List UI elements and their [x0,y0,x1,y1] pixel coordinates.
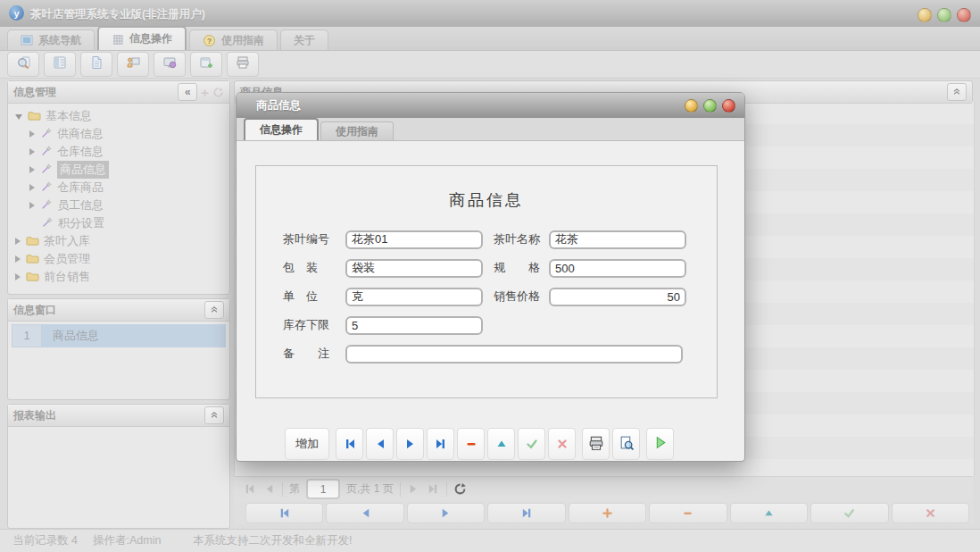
tree-label: 供商信息 [57,126,104,142]
collapse-content-button[interactable] [947,83,967,101]
tab-label: 系统导航 [38,33,81,48]
package-label: 包 装 [283,260,345,276]
collapsed-arrow-icon[interactable] [29,148,35,155]
tab-user-guide[interactable]: ? 使用指南 [189,29,278,50]
tea-code-input[interactable] [345,230,483,249]
maximize-button[interactable] [937,8,951,22]
spec-input[interactable] [549,259,686,278]
sidebar-item-warehouse-info[interactable]: 仓库信息 [8,143,229,161]
collapsed-arrow-icon[interactable] [29,130,35,138]
note-input[interactable] [345,345,683,364]
print-button[interactable] [582,428,610,460]
panel-icon [21,34,33,46]
collapse-sidebar-button[interactable]: « [178,83,197,101]
sidebar-item-supplier-info[interactable]: 供商信息 [8,125,229,143]
sidebar-item-product-info[interactable]: 商品信息 [8,161,229,179]
sidebar-item-warehouse-product[interactable]: 仓库商品 [8,179,229,197]
collapsed-arrow-icon[interactable] [15,238,21,245]
pager-first-button[interactable] [243,482,256,496]
dialog-title: 商品信息 [256,98,301,113]
row-label: 商品信息 [42,324,226,347]
sidebar-item-front-sales[interactable]: 前台销售 [8,268,229,286]
minimize-button[interactable] [918,8,932,22]
collapsed-arrow-icon[interactable] [15,255,21,263]
open-window-row[interactable]: 1 商品信息 [12,324,226,347]
panel-title: 报表输出 [13,408,56,423]
dialog-maximize-button[interactable] [703,99,717,113]
cancel-record-button[interactable] [892,503,969,523]
next-record-button[interactable] [396,428,424,460]
price-input[interactable] [549,288,686,306]
dialog-tab-info-operation[interactable]: 信息操作 [244,118,319,140]
tea-name-input[interactable] [549,230,686,249]
expand-arrow-icon[interactable] [15,114,22,120]
collapse-panel-button[interactable] [204,406,224,424]
edit-record-button[interactable] [730,503,808,523]
sidebar-item-points-settings[interactable]: 积分设置 [8,214,229,232]
tab-label: 信息操作 [260,122,303,138]
nav-last-button[interactable] [487,503,565,523]
tab-system-navigation[interactable]: 系统导航 [7,29,95,50]
add-record-button[interactable] [569,503,646,523]
wand-icon [40,198,53,213]
add-button[interactable]: 增加 [285,428,329,460]
dialog-close-button[interactable] [722,99,735,113]
wand-icon [40,180,53,196]
new-window-button[interactable] [190,52,222,77]
search-button[interactable] [7,52,39,77]
package-input[interactable] [345,259,483,278]
collapsed-arrow-icon[interactable] [29,184,35,191]
stock-min-input[interactable] [345,316,483,335]
delete-button[interactable] [457,428,485,460]
delete-record-button[interactable] [649,503,727,523]
cancel-button[interactable] [548,428,576,460]
tab-label: 信息操作 [129,31,172,46]
edit-button[interactable] [487,428,515,460]
sidebar-item-basic-info[interactable]: 基本信息 [8,107,229,125]
prev-record-button[interactable] [366,428,394,460]
window-add-icon [199,55,213,73]
dialog-tab-user-guide[interactable]: 使用指南 [320,121,394,140]
note-label: 备 注 [283,346,345,362]
close-button[interactable] [957,8,971,22]
dialog-titlebar[interactable]: 商品信息 [237,93,744,118]
last-record-button[interactable] [427,428,454,460]
collapsed-arrow-icon[interactable] [29,202,35,209]
nav-next-button[interactable] [407,503,485,523]
refresh-button[interactable] [453,482,467,496]
folder-icon [26,234,39,249]
sidebar-item-employee-info[interactable]: 员工信息 [8,197,229,214]
form-view-button[interactable] [44,52,76,77]
pager-prev-button[interactable] [262,482,276,496]
collapse-panel-button[interactable] [204,301,224,319]
tab-label: 使用指南 [336,124,378,139]
nav-prev-button[interactable] [326,503,403,523]
dialog-tab-bar: 信息操作 使用指南 [237,118,744,141]
first-record-button[interactable] [336,428,363,460]
collapsed-arrow-icon[interactable] [15,273,21,280]
pager-next-button[interactable] [407,482,420,496]
collapsed-arrow-icon[interactable] [29,166,35,173]
nav-first-button[interactable] [245,503,323,523]
panel-title: 信息管理 [13,85,56,100]
dialog-minimize-button[interactable] [685,99,698,113]
print-toolbar-button[interactable] [227,52,259,77]
refresh-panel-icon [212,87,224,98]
sidebar-item-tea-inbound[interactable]: 茶叶入库 [8,232,229,250]
operator-button[interactable] [117,52,149,77]
tab-about[interactable]: 关于 [280,29,328,50]
print-preview-button[interactable] [612,428,640,460]
sidebar-item-member-management[interactable]: 会员管理 [8,250,229,268]
unit-input[interactable] [345,288,483,306]
tab-label: 关于 [294,33,315,48]
pager-last-button[interactable] [427,482,440,496]
tab-info-operation[interactable]: 信息操作 [97,26,187,50]
online-button[interactable] [154,52,186,77]
collapse-left-icon: « [185,87,191,97]
page-number-input[interactable] [306,479,340,499]
info-tree: 基本信息 供商信息 仓库信息 商品信息 仓库商品 [8,104,229,286]
save-record-button[interactable] [810,503,888,523]
run-button[interactable] [646,428,674,460]
document-button[interactable] [80,52,112,77]
save-button[interactable] [518,428,545,460]
